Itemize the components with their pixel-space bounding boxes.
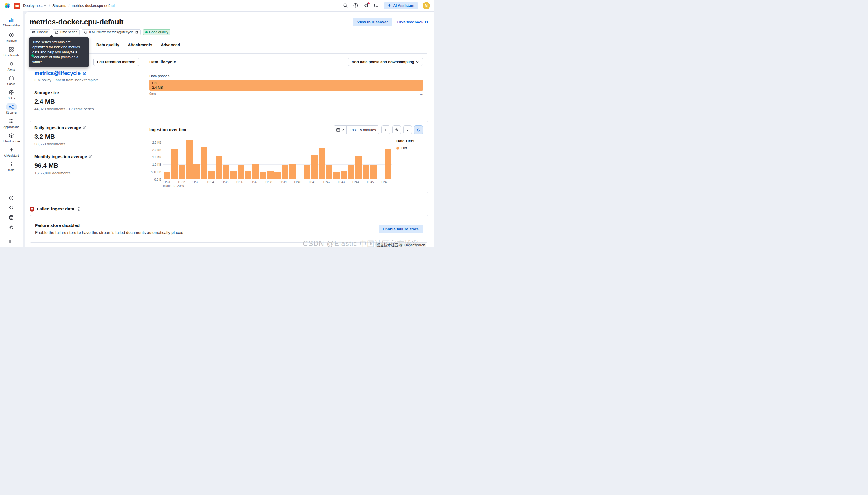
breadcrumb-deployment[interactable]: Deployme... [23,3,47,8]
search-icon[interactable] [343,3,348,8]
sidebar-label: Cases [7,82,15,86]
chart-bar [201,147,208,180]
left-sidebar: Observability Discover Dashboards Alerts… [0,12,23,248]
monthly-ingestion-label: Monthly ingestion average [34,154,87,159]
info-icon[interactable] [83,126,87,130]
enable-failure-store-button[interactable]: Enable failure store [379,224,423,234]
hot-phase-bar[interactable]: Hot 2.4 MB [149,80,423,91]
dashboards-icon [6,46,17,53]
sidebar-item-streams[interactable]: Streams [0,102,23,116]
x-tick: 11:38 [265,180,272,184]
sidebar-label: Dashboards [4,54,19,57]
sidebar-item-observability[interactable]: Observability [0,14,23,30]
sidebar-item-slos[interactable]: SLOs [0,87,23,102]
y-tick: 500.0 B [151,170,161,174]
sidebar-item-applications[interactable]: Applications [0,116,23,130]
project-badge[interactable]: ob [14,3,20,9]
sidebar-item-dashboards[interactable]: Dashboards [0,44,23,58]
chart-bar [363,165,369,180]
ingestion-panel: Daily ingestion average 3.2 MB 58,560 do… [30,121,428,193]
refresh-button[interactable] [414,125,423,134]
chart-bar [164,172,171,180]
briefcase-icon [6,75,17,82]
chevron-right-icon [406,128,409,132]
time-zoom-button[interactable] [393,125,401,134]
layers-icon [6,132,17,139]
sidebar-item-cases[interactable]: Cases [0,73,23,87]
add-data-phase-button[interactable]: Add data phase and downsampling [348,58,423,66]
sidebar-label: Streams [6,111,17,114]
notification-dot [368,2,370,4]
clock-icon [84,31,88,34]
info-icon[interactable] [77,207,81,211]
phase-axis-start: 0ms [149,92,156,97]
quick-select-button[interactable] [334,126,347,134]
chat-icon[interactable] [374,3,380,8]
give-feedback-link[interactable]: Give feedback [397,20,428,24]
sidebar-item-alerts[interactable]: Alerts [0,58,23,73]
chart-bar [282,165,289,180]
error-circle-icon [30,207,34,211]
breadcrumb-separator: / [49,3,50,8]
sidebar-label: Discover [6,39,17,42]
legend-item-hot[interactable]: Hot [396,146,423,150]
daily-ingestion-subtitle: 58,560 documents [34,142,139,146]
chart-bar [385,149,392,180]
data-phases-label: Data phases [149,74,423,78]
announcements-icon[interactable] [363,3,369,8]
sidebar-label: AI Assistant [4,154,19,157]
sidebar-item-infrastructure[interactable]: Infrastructure [0,130,23,145]
x-tick: 11:31 [163,180,171,184]
time-series-badge[interactable]: Time series [53,29,80,35]
bell-icon [6,60,17,67]
time-step-forward-button[interactable] [403,125,412,134]
breadcrumb-streams[interactable]: Streams [52,3,66,8]
y-tick: 2.5 KB [152,141,161,144]
ai-assistant-button[interactable]: AI Assistant [384,2,418,10]
sidebar-label: Alerts [8,68,15,71]
y-tick: 1.0 KB [152,163,161,166]
page-title: metrics-docker.cpu-default [30,18,353,27]
info-icon[interactable] [89,155,93,159]
collapse-panel-icon[interactable] [8,239,14,245]
help-icon[interactable] [353,3,359,8]
elastic-logo[interactable] [4,2,11,9]
failure-store-description: Enable the failure store to have this st… [35,230,183,235]
x-tick: 11:44 [352,180,359,184]
view-in-discover-button[interactable]: View in Discover [353,18,392,27]
divider [30,150,144,151]
tab-advanced[interactable]: Advanced [161,42,180,49]
tab-data-quality[interactable]: Data quality [97,42,119,49]
quality-badge[interactable]: Good quality [143,29,171,35]
x-tick: 11:43 [337,180,345,184]
classic-badge[interactable]: Classic [30,29,50,35]
chart-bar [230,171,237,180]
y-tick: 2.0 KB [152,148,161,152]
chart-bar [186,139,193,180]
time-step-back-button[interactable] [381,125,390,134]
sidebar-item-more[interactable]: More [0,159,23,173]
tab-attachments[interactable]: Attachments [128,42,152,49]
sidebar-item-ai-assistant[interactable]: AI Assistant [0,145,23,159]
chart-bar [193,164,200,180]
time-range-value[interactable]: Last 15 minutes [347,126,379,134]
legend-dot-icon [396,147,399,150]
edit-retention-button[interactable]: Edit retention method [93,58,139,66]
sidebar-item-discover[interactable]: Discover [0,30,23,44]
ilm-policy-badge[interactable]: ILM Policy: metrics@lifecycle [82,29,141,35]
ilm-policy-link[interactable]: metrics@lifecycle [34,70,139,76]
x-tick: 11:34 [207,180,214,184]
external-link-icon [82,71,86,75]
chart-bar [333,172,340,180]
y-tick: 1.5 KB [152,156,161,159]
x-tick: 11:41 [308,180,316,184]
gear-icon[interactable] [8,224,14,230]
x-tick: 11:46 [381,180,388,184]
x-tick: 11:40 [294,180,301,184]
user-avatar[interactable]: M [422,2,430,10]
database-icon[interactable] [8,215,14,221]
watermark-small: 掘金技术社区 @ Elasticsearch [376,243,426,248]
x-tick: 11:39 [279,180,287,184]
add-circle-icon[interactable] [8,195,14,201]
dev-tools-icon[interactable] [8,205,14,211]
